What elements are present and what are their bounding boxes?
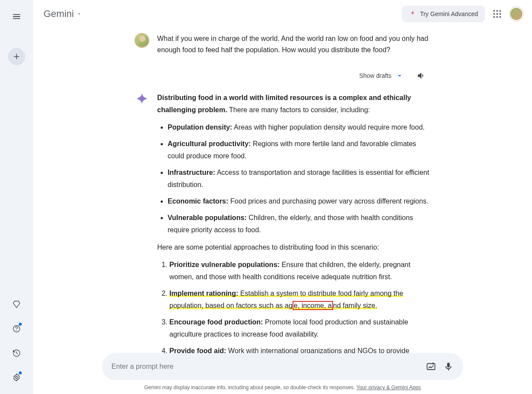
account-avatar[interactable] [509, 7, 523, 21]
try-advanced-label: Try Gemini Advanced [420, 10, 478, 17]
try-advanced-button[interactable]: Try Gemini Advanced [402, 6, 485, 22]
list-item: Encourage food production: Promote local… [169, 316, 431, 341]
settings-button[interactable] [8, 369, 25, 386]
brand-label: Gemini [44, 8, 74, 20]
read-aloud-button[interactable] [413, 67, 430, 84]
input-area: Gemini may display inaccurate info, incl… [33, 353, 532, 394]
user-message-row: What if you were in charge of the world.… [135, 33, 431, 55]
history-button[interactable] [8, 344, 25, 362]
approach-list: Prioritize vulnerable populations: Ensur… [157, 259, 431, 357]
list-item: Agricultural productivity: Regions with … [168, 138, 431, 162]
new-chat-button[interactable] [8, 48, 25, 65]
gem-button[interactable] [8, 296, 25, 313]
menu-icon [12, 12, 21, 21]
user-avatar [135, 33, 149, 48]
diamond-icon [12, 300, 21, 309]
svg-rect-3 [427, 364, 435, 370]
plus-icon [13, 53, 20, 60]
svg-point-2 [16, 377, 18, 379]
disclaimer: Gemini may display inaccurate info, incl… [33, 384, 532, 391]
privacy-link[interactable]: Your privacy & Gemini Apps [357, 384, 421, 391]
google-apps-button[interactable] [492, 9, 502, 19]
response-intro: Distributing food in a world with limite… [157, 92, 431, 116]
help-icon [12, 324, 21, 333]
sparkle-red-icon [409, 10, 417, 18]
chevron-down-icon [396, 72, 404, 80]
speaker-icon [417, 71, 426, 80]
list-item: Infrastructure: Access to transportation… [168, 167, 431, 191]
show-drafts-button[interactable]: Show drafts [359, 72, 404, 80]
list-item-highlighted: Implement rationing: Establish a system … [169, 287, 431, 312]
svg-point-1 [16, 331, 17, 331]
list-item: Vulnerable populations: Children, the el… [168, 212, 431, 236]
prompt-input[interactable] [111, 363, 419, 371]
ai-response-body: Distributing food in a world with limite… [157, 92, 431, 362]
header-right: Try Gemini Advanced [402, 6, 523, 22]
upload-image-icon[interactable] [426, 361, 436, 372]
red-annotation-box: e, income, a [293, 301, 333, 310]
sidebar-bottom [8, 296, 25, 386]
sparkle-icon [135, 93, 148, 106]
microphone-icon[interactable] [443, 361, 454, 372]
factor-list: Population density: Areas with higher po… [157, 121, 431, 236]
caret-down-icon [77, 11, 82, 17]
brand-dropdown[interactable]: Gemini [44, 8, 82, 20]
show-drafts-label: Show drafts [359, 72, 391, 79]
gear-icon [12, 373, 21, 382]
prompt-input-bar [102, 353, 463, 380]
notification-dot [19, 323, 22, 326]
user-message-text: What if you were in charge of the world.… [157, 33, 431, 55]
list-item: Economic factors: Food prices and purcha… [168, 195, 431, 207]
history-icon [12, 349, 21, 357]
list-item: Prioritize vulnerable populations: Ensur… [169, 259, 431, 283]
main-content: What if you were in charge of the world.… [33, 28, 532, 394]
drafts-controls: Show drafts [135, 67, 431, 84]
gemini-avatar [135, 92, 149, 107]
sidebar [0, 0, 33, 394]
header: Gemini Try Gemini Advanced [33, 0, 532, 28]
hamburger-menu[interactable] [8, 8, 25, 25]
approaches-intro: Here are some potential approaches to di… [157, 241, 431, 254]
ai-response-row: Distributing food in a world with limite… [135, 92, 431, 362]
notification-dot [19, 371, 22, 374]
help-button[interactable] [8, 320, 25, 337]
list-item: Population density: Areas with higher po… [168, 121, 431, 134]
